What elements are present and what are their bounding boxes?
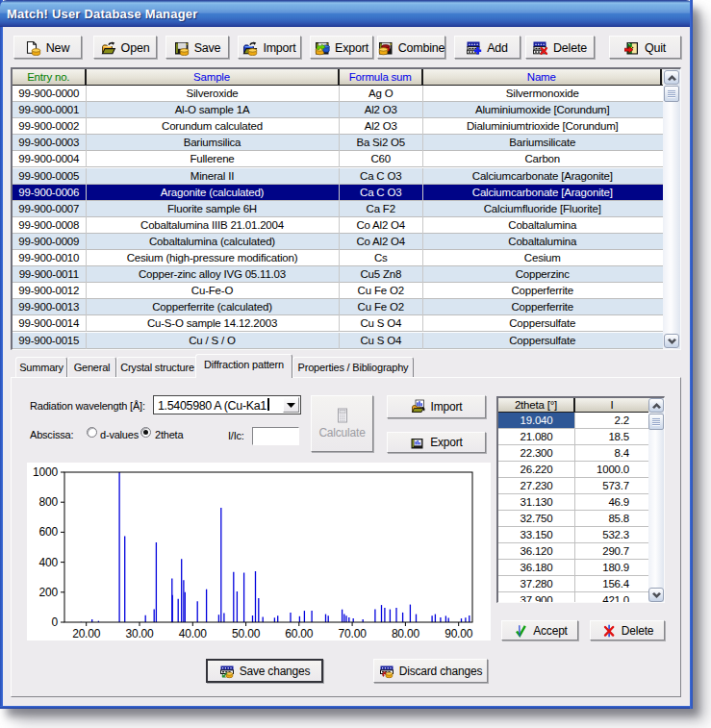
svg-text:1000: 1000 [33,465,58,479]
svg-text:90.00: 90.00 [444,627,473,640]
svg-text:80.00: 80.00 [392,627,420,640]
svg-text:0: 0 [52,615,59,629]
svg-text:50.00: 50.00 [232,627,261,640]
svg-text:60.00: 60.00 [285,627,314,640]
svg-text:70.00: 70.00 [339,627,368,640]
svg-text:20.00: 20.00 [72,627,101,640]
svg-text:800: 800 [39,495,59,509]
svg-text:30.00: 30.00 [125,627,154,640]
svg-text:200: 200 [39,586,59,599]
svg-text:40.00: 40.00 [179,627,208,640]
svg-text:400: 400 [39,556,59,569]
svg-text:600: 600 [39,525,59,539]
